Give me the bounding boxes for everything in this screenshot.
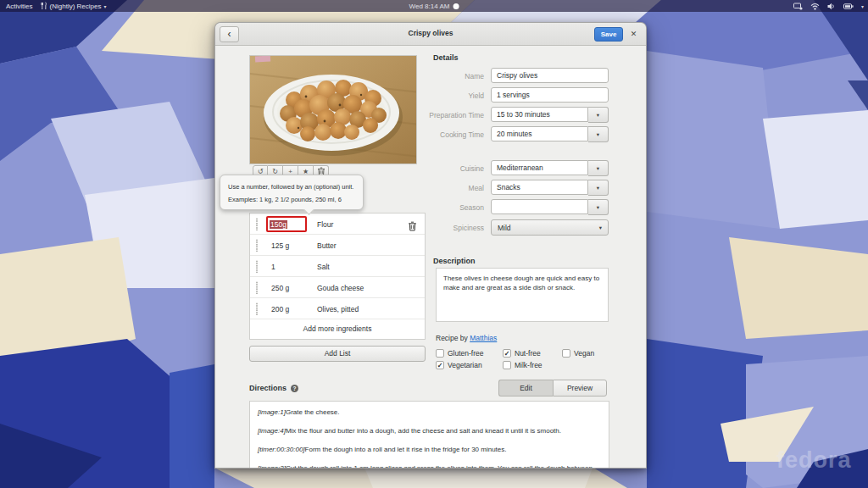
- volume-icon: [827, 3, 836, 10]
- yield-input[interactable]: [491, 87, 609, 103]
- season-combo: ▾: [491, 199, 609, 215]
- recipe-author: Recipe by Matthias: [436, 334, 497, 342]
- cooking-time-combo: ▾: [491, 126, 609, 142]
- ingredient-amount: 125 g: [271, 241, 289, 250]
- recipes-edit-window: ‹ Crispy olives Save ✕: [214, 22, 647, 469]
- season-dropdown-button[interactable]: ▾: [588, 199, 609, 215]
- step-text: Form the dough into a roll and let it ri…: [305, 446, 507, 453]
- yield-label: Yield: [382, 92, 484, 100]
- app-menu[interactable]: (Nightly) Recipes ▾: [40, 2, 107, 10]
- step-tag: [image:4]: [258, 427, 286, 435]
- step-text: Cut the dough roll into 1 cm long slices…: [258, 464, 593, 469]
- season-input[interactable]: [491, 199, 588, 214]
- drag-handle-icon[interactable]: [255, 218, 259, 234]
- chevron-down-icon: ▾: [597, 204, 599, 211]
- cooking-time-input[interactable]: [491, 126, 588, 141]
- prep-time-label: Preparation Time: [382, 111, 484, 119]
- wifi-icon: [810, 3, 820, 10]
- step-tag: [image:1]: [258, 408, 286, 416]
- checkbox[interactable]: ✓: [436, 361, 444, 369]
- fedora-watermark: fedora: [776, 447, 852, 474]
- chevron-down-icon: ▾: [597, 165, 599, 172]
- system-menu-caret-icon: ▾: [861, 3, 864, 9]
- meal-input[interactable]: [491, 180, 588, 195]
- chevron-down-icon: ▾: [597, 112, 599, 119]
- diet-vegan[interactable]: Vegan: [562, 349, 594, 358]
- ingredient-name: Salt: [317, 263, 330, 271]
- prep-time-input[interactable]: [491, 107, 588, 122]
- drag-handle-icon[interactable]: [255, 239, 259, 255]
- direction-step: [timer:00:30:00]Form the dough into a ro…: [258, 446, 601, 454]
- drag-handle-icon[interactable]: [255, 260, 259, 276]
- step-text: Mix the flour and butter into a dough, a…: [286, 427, 561, 435]
- tooltip-line-2: Examples: 1 kg, 2 1/2 pounds, 250 ml, 6: [228, 193, 355, 206]
- preview-tab[interactable]: Preview: [553, 380, 607, 396]
- tooltip-line-1: Use a number, followed by an (optional) …: [228, 180, 355, 193]
- checkbox[interactable]: ✓: [503, 349, 511, 358]
- diet-nut-free[interactable]: ✓ Nut-free: [503, 349, 541, 358]
- diet-label: Milk-free: [515, 361, 542, 369]
- battery-icon: [843, 3, 854, 9]
- cooking-time-dropdown-button[interactable]: ▾: [588, 126, 609, 142]
- ingredient-amount: 200 g: [271, 305, 289, 313]
- ingredient-row[interactable]: 125 g Butter: [250, 235, 425, 256]
- amount-input-selected-text: 150g: [270, 220, 287, 229]
- meal-dropdown-button[interactable]: ▾: [588, 180, 609, 196]
- gnome-top-bar: Activities (Nightly) Recipes ▾ Wed 8:14 …: [0, 0, 868, 12]
- prep-time-combo: ▾: [491, 107, 609, 123]
- recipes-app-icon: [40, 2, 47, 10]
- cuisine-dropdown-button[interactable]: ▾: [588, 160, 609, 176]
- diet-milk-free[interactable]: Milk-free: [503, 361, 542, 369]
- directions-textarea[interactable]: [image:1]Grate the cheese. [image:4]Mix …: [249, 401, 609, 469]
- close-button[interactable]: ✕: [627, 27, 640, 42]
- drag-handle-icon[interactable]: [255, 281, 259, 297]
- season-label: Season: [382, 203, 484, 212]
- directions-header: Directions?: [249, 384, 298, 392]
- drag-handle-icon[interactable]: [255, 302, 259, 319]
- activities-button[interactable]: Activities: [6, 3, 33, 10]
- add-more-ingredients-button[interactable]: Add more ingredients: [250, 319, 425, 339]
- app-menu-caret-icon: ▾: [103, 3, 106, 9]
- window-title: Crispy olives: [215, 29, 646, 37]
- description-header: Description: [433, 257, 476, 265]
- ingredient-amount: 1: [271, 263, 275, 271]
- ingredient-row[interactable]: 250 g Gouda cheese: [250, 277, 425, 298]
- chevron-down-icon: ▾: [597, 185, 599, 191]
- checkbox[interactable]: [562, 349, 570, 358]
- ingredient-name: Butter: [317, 241, 337, 250]
- spiciness-value: Mild: [498, 224, 511, 232]
- ingredient-name: Olives, pitted: [317, 305, 359, 313]
- author-link[interactable]: Matthias: [470, 334, 497, 342]
- cuisine-combo: ▾: [491, 160, 609, 176]
- checkbox[interactable]: [503, 361, 511, 369]
- name-input[interactable]: [491, 68, 609, 83]
- ingredient-name: Gouda cheese: [317, 284, 364, 292]
- help-icon[interactable]: ?: [291, 385, 298, 392]
- diet-label: Vegan: [574, 349, 594, 358]
- step-text: Grate the cheese.: [286, 408, 340, 416]
- amount-input[interactable]: 150g: [266, 216, 307, 232]
- screencast-icon: [793, 3, 803, 10]
- save-button[interactable]: Save: [594, 27, 623, 42]
- app-menu-label: (Nightly) Recipes: [50, 3, 102, 10]
- add-list-button[interactable]: Add List: [249, 346, 426, 362]
- prep-time-dropdown-button[interactable]: ▾: [588, 107, 609, 123]
- cuisine-input[interactable]: [491, 160, 588, 175]
- desktop: fedora Activities (Nightly) Recipes ▾ We…: [0, 0, 868, 488]
- notification-dot: [453, 3, 459, 9]
- clock[interactable]: Wed 8:14 AM: [409, 3, 459, 10]
- system-status-area[interactable]: ▾: [793, 0, 864, 12]
- ingredient-row[interactable]: 1 Salt: [250, 256, 425, 277]
- description-textarea[interactable]: These olives in cheese dough are quick a…: [436, 268, 609, 322]
- step-tag: [image:2]: [258, 464, 286, 469]
- diet-vegetarian[interactable]: ✓ Vegetarian: [436, 361, 482, 369]
- name-label: Name: [382, 72, 484, 80]
- spiciness-select[interactable]: Mild ▾: [491, 219, 609, 236]
- ingredient-row[interactable]: 200 g Olives, pitted: [250, 298, 425, 319]
- details-header: Details: [433, 53, 459, 62]
- diet-gluten-free[interactable]: Gluten-free: [436, 349, 484, 358]
- edit-tab[interactable]: Edit: [498, 380, 553, 396]
- checkbox[interactable]: [436, 349, 444, 358]
- diet-label: Nut-free: [515, 349, 541, 358]
- ingredient-name[interactable]: Flour: [317, 220, 333, 229]
